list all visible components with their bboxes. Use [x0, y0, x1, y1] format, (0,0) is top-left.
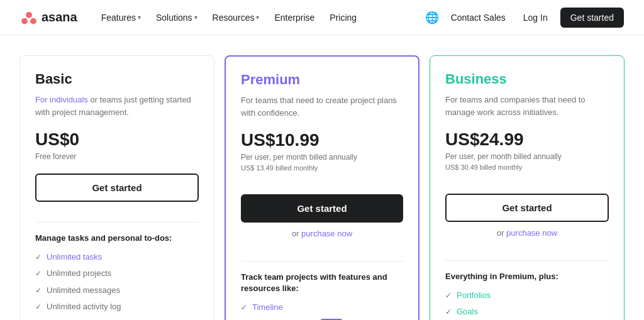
get-started-button-business[interactable]: Get started: [445, 194, 609, 222]
check-icon: ✓: [35, 252, 42, 263]
plan-price-sub2-premium: US$ 13.49 billed monthly: [241, 164, 403, 172]
plan-card-business: BusinessFor teams and companies that nee…: [430, 55, 625, 320]
svg-point-1: [21, 18, 28, 24]
nav-solutions[interactable]: Solutions ▾: [150, 9, 204, 26]
feature-text: Unlimited projects: [47, 268, 111, 279]
check-icon: ✓: [35, 302, 42, 312]
purchase-now-link-premium[interactable]: purchase now: [301, 229, 352, 238]
nav-links: Features ▾ Solutions ▾ Resources ▾ Enter…: [95, 9, 426, 26]
divider-basic: [35, 222, 199, 223]
plan-price-sub1-basic: Free forever: [35, 152, 199, 161]
svg-point-2: [30, 18, 36, 24]
plan-price-sub2-business: US$ 30.49 billed monthly: [445, 163, 609, 171]
chevron-down-icon: ▾: [138, 14, 141, 21]
chevron-down-icon: ▾: [256, 14, 259, 21]
globe-icon[interactable]: 🌐: [426, 11, 438, 24]
feature-list-premium: ✓Timeline✓Workflow BuilderNEW✓Unlimited …: [241, 302, 403, 320]
section-title-business: Everything in Premium, plus:: [445, 271, 609, 282]
asana-logo-icon: [20, 9, 38, 26]
get-started-button-basic[interactable]: Get started: [35, 174, 199, 202]
section-title-basic: Manage tasks and personal to-dos:: [35, 233, 199, 244]
feature-item: ✓Goals: [445, 306, 609, 317]
divider-business: [445, 260, 609, 261]
feature-item: ✓Portfolios: [445, 290, 609, 301]
feature-item: ✓Unlimited file storage (100MB per file): [35, 317, 199, 320]
plan-desc-premium: For teams that need to create project pl…: [241, 94, 403, 119]
nav-resources[interactable]: Resources ▾: [206, 9, 266, 26]
purchase-now-link-business[interactable]: purchase now: [506, 228, 557, 238]
chevron-down-icon: ▾: [194, 14, 197, 21]
feature-link[interactable]: Timeline: [252, 302, 283, 313]
nav-features[interactable]: Features ▾: [95, 9, 147, 26]
feature-item: ✓Unlimited activity log: [35, 301, 199, 312]
check-icon: ✓: [35, 285, 42, 296]
get-started-button-premium[interactable]: Get started: [241, 194, 403, 223]
nav-pricing[interactable]: Pricing: [323, 9, 363, 26]
svg-point-0: [26, 11, 32, 18]
feature-item: ✓Unlimited tasks: [35, 251, 199, 263]
log-in-link[interactable]: Log In: [518, 9, 553, 26]
feature-link[interactable]: Unlimited tasks: [47, 251, 102, 263]
logo[interactable]: asana: [20, 9, 77, 26]
navbar: asana Features ▾ Solutions ▾ Resources ▾…: [0, 0, 644, 35]
pricing-section: BasicFor individuals or teams just getti…: [0, 35, 644, 320]
feature-text: Unlimited activity log: [47, 301, 121, 312]
logo-text: asana: [42, 10, 77, 25]
purchase-link-premium: or purchase now: [241, 229, 403, 238]
nav-enterprise[interactable]: Enterprise: [268, 9, 321, 26]
feature-link[interactable]: Goals: [457, 306, 478, 317]
plan-price-business: US$24.99: [445, 130, 609, 150]
feature-item: ✓Unlimited projects: [35, 268, 199, 279]
check-icon: ✓: [445, 290, 452, 301]
feature-link[interactable]: Portfolios: [457, 290, 491, 301]
feature-item: ✓Timeline: [241, 302, 403, 313]
purchase-link-business: or purchase now: [445, 228, 609, 238]
plan-price-basic: US$0: [35, 130, 199, 150]
plan-desc-basic: For individuals or teams just getting st…: [35, 94, 199, 118]
contact-sales-link[interactable]: Contact Sales: [446, 9, 511, 26]
section-title-premium: Track team projects with features and re…: [241, 272, 403, 294]
check-icon: ✓: [35, 268, 42, 279]
feature-text: Unlimited messages: [47, 285, 120, 296]
plan-price-premium: US$10.99: [241, 130, 403, 150]
feature-list-business: ✓Portfolios✓Goals✓Workload✓Custom rules …: [445, 290, 609, 320]
feature-text: Unlimited file storage (100MB per file): [47, 317, 183, 320]
feature-list-basic: ✓Unlimited tasks✓Unlimited projects✓Unli…: [35, 251, 199, 320]
plan-price-sub1-premium: Per user, per month billed annually: [241, 153, 403, 162]
feature-item: ✓Unlimited messages: [35, 285, 199, 296]
check-icon: ✓: [445, 307, 452, 317]
get-started-nav-button[interactable]: Get started: [560, 8, 624, 28]
divider-premium: [241, 261, 403, 262]
check-icon: ✓: [241, 302, 247, 313]
plan-desc-business: For teams and companies that need to man…: [445, 94, 609, 118]
plan-price-sub1-business: Per user, per month billed annually: [445, 152, 609, 161]
plan-card-premium: PremiumFor teams that need to create pro…: [225, 55, 419, 320]
plan-name-premium: Premium: [241, 72, 403, 88]
nav-right: 🌐 Contact Sales Log In Get started: [426, 8, 624, 28]
plan-name-business: Business: [445, 71, 609, 87]
plan-card-basic: BasicFor individuals or teams just getti…: [19, 55, 214, 320]
plan-name-basic: Basic: [35, 71, 199, 87]
